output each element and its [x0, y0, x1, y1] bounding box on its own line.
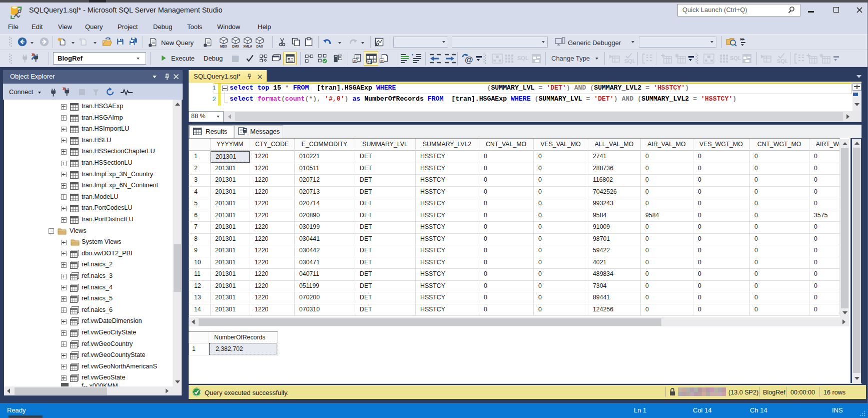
svg-text:SQL: SQL	[624, 58, 635, 64]
svg-text:MDX: MDX	[220, 45, 228, 48]
svg-text:01: 01	[380, 60, 383, 63]
svg-text:DMX: DMX	[232, 45, 240, 48]
svg-text:XMLA: XMLA	[243, 45, 252, 48]
svg-text:01: 01	[353, 60, 356, 63]
svg-text:@: @	[465, 55, 473, 65]
svg-text:01: 01	[367, 61, 371, 64]
svg-text:DAX: DAX	[256, 45, 263, 48]
svg-text:SQL: SQL	[777, 58, 787, 64]
svg-text:’: ’	[412, 53, 413, 59]
